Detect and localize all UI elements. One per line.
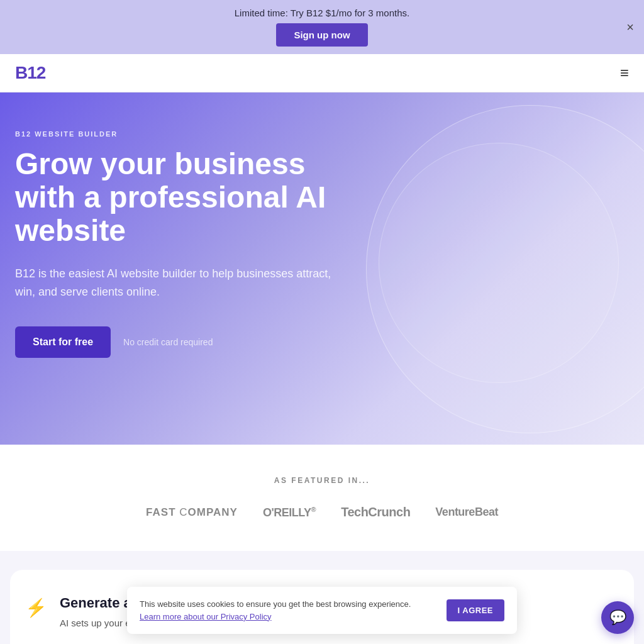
logo-oreilly: O'REILLY® <box>263 506 316 519</box>
banner-close-button[interactable]: × <box>626 21 634 33</box>
hero-content: B12 WEBSITE BUILDER Grow your business w… <box>15 130 342 358</box>
hamburger-icon[interactable]: ≡ <box>620 64 629 82</box>
cookie-banner: This website uses cookies to ensure you … <box>127 587 517 634</box>
logo[interactable]: B12 <box>15 63 45 83</box>
start-free-button[interactable]: Start for free <box>15 326 111 358</box>
hero-cta-row: Start for free No credit card required <box>15 326 342 358</box>
logo-techcrunch: TechCrunch <box>341 505 410 519</box>
hero-headline: Grow your business with a professional A… <box>15 148 342 247</box>
banner-cta-button[interactable]: Sign up now <box>276 23 367 47</box>
chat-button[interactable]: 💬 <box>601 601 634 634</box>
no-credit-card-text: No credit card required <box>123 337 213 347</box>
hero-section: B12 WEBSITE BUILDER Grow your business w… <box>0 92 644 445</box>
chat-icon: 💬 <box>609 609 626 626</box>
privacy-policy-link[interactable]: Learn more about our Privacy Policy <box>140 612 272 621</box>
lightning-icon: ⚡ <box>25 597 47 618</box>
logo-fast-company: FAST COMPANY <box>146 506 238 519</box>
banner-text: Limited time: Try B12 $1/mo for 3 months… <box>10 8 634 18</box>
hero-subtext: B12 is the easiest AI website builder to… <box>15 265 342 301</box>
hero-eyebrow: B12 WEBSITE BUILDER <box>15 130 342 138</box>
promo-banner: Limited time: Try B12 $1/mo for 3 months… <box>0 0 644 54</box>
logo-venturebeat: VentureBeat <box>435 506 498 519</box>
featured-label: AS FEATURED IN... <box>15 476 629 485</box>
navbar: B12 ≡ <box>0 54 644 92</box>
logos-row: FAST COMPANY O'REILLY® TechCrunch Ventur… <box>15 505 629 519</box>
featured-section: AS FEATURED IN... FAST COMPANY O'REILLY®… <box>0 445 644 551</box>
cookie-agree-button[interactable]: I AGREE <box>447 599 504 621</box>
cookie-text: This website uses cookies to ensure you … <box>140 598 436 623</box>
